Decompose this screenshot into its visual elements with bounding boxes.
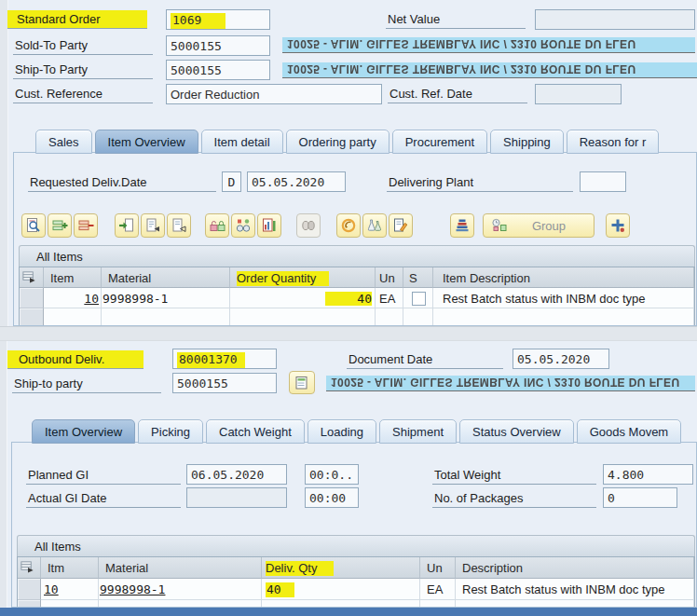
sold-to-field[interactable]: 5000155 <box>166 35 270 56</box>
net-value-field[interactable] <box>535 9 695 30</box>
delivery-partner-redacted: 10025 - ALIM. GILLES TREMBLAY INC / 2310… <box>326 376 695 391</box>
tab-catch-weight[interactable]: Catch Weight <box>206 419 305 444</box>
delivery-ship-to-label: Ship-to party <box>12 375 161 393</box>
order-tab-body <box>13 152 697 326</box>
document-date-label: Document Date <box>347 350 503 369</box>
cust-reference-label: Cust. Reference <box>13 85 153 103</box>
order-tabstrip: Sales Item Overview Item detail Ordering… <box>35 128 662 153</box>
delivery-ship-to-field[interactable]: 5000155 <box>172 373 277 393</box>
ship-to-field[interactable]: 5000155 <box>166 60 270 80</box>
tab-goods-movement[interactable]: Goods Movem <box>577 419 682 444</box>
tab-ordering-party[interactable]: Ordering party <box>286 130 390 154</box>
partner-document-icon <box>294 375 310 391</box>
sold-to-partner-redacted: 10025 - ALIM. GILLES TREMBLAY INC / 2310… <box>282 37 695 53</box>
net-value-label: Net Value <box>386 10 526 29</box>
sold-to-label: Sold-To Party <box>13 36 153 55</box>
cust-ref-date-field[interactable] <box>535 84 622 104</box>
partner-detail-button[interactable] <box>289 371 315 394</box>
delivery-number-value: 80001370 <box>177 352 245 368</box>
tab-shipping[interactable]: Shipping <box>490 130 564 154</box>
bottom-window-edge <box>0 608 697 616</box>
tab-delivery-item-overview[interactable]: Item Overview <box>32 419 135 444</box>
tab-item-detail[interactable]: Item detail <box>201 130 283 154</box>
tab-procurement[interactable]: Procurement <box>392 130 487 154</box>
order-number-field[interactable]: 1069 <box>166 9 270 30</box>
tab-sales[interactable]: Sales <box>35 130 92 154</box>
cust-reference-field[interactable]: Order Reduction <box>166 84 382 104</box>
delivery-title-label: Outbound Deliv. <box>7 350 144 369</box>
delivery-tab-body <box>11 442 697 608</box>
delivery-number-field[interactable]: 80001370 <box>172 349 277 369</box>
window-separator <box>0 326 697 341</box>
ship-to-partner-redacted: 10025 - ALIM. GILLES TREMBLAY INC / 2310… <box>282 62 697 78</box>
left-margin-strip-order <box>0 0 8 326</box>
tab-picking[interactable]: Picking <box>138 419 203 444</box>
ship-to-label: Ship-To Party <box>13 61 153 79</box>
sap-split-screen: { "order": { "title_label": "Standard Or… <box>0 0 697 616</box>
left-margin-strip-delivery <box>0 341 7 608</box>
cust-ref-date-label: Cust. Ref. Date <box>388 85 527 103</box>
tab-item-overview[interactable]: Item Overview <box>95 130 198 154</box>
tab-loading[interactable]: Loading <box>308 419 376 444</box>
order-type-label: Standard Order <box>7 10 147 29</box>
document-date-field[interactable]: 05.05.2020 <box>512 349 609 369</box>
tab-shipment[interactable]: Shipment <box>379 419 457 444</box>
order-number-value: 1069 <box>171 13 226 29</box>
delivery-tabstrip: Item Overview Picking Catch Weight Loadi… <box>32 418 684 443</box>
tab-reason-for-rejection[interactable]: Reason for r <box>567 130 660 154</box>
tab-status-overview[interactable]: Status Overview <box>459 419 574 444</box>
